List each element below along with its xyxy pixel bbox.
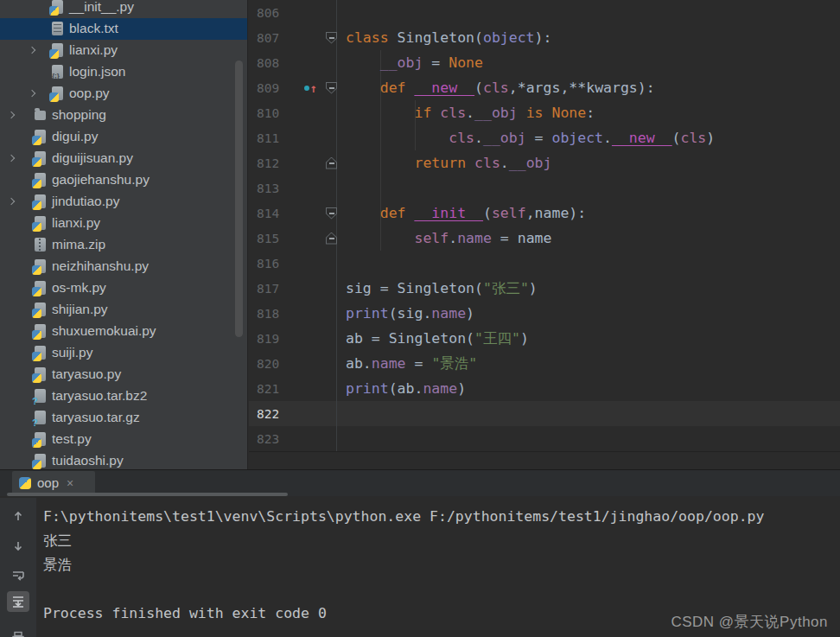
code-line-820[interactable]: 820ab.name = "景浩" bbox=[249, 351, 840, 376]
print-icon[interactable] bbox=[7, 627, 29, 637]
code-line-819[interactable]: 819ab = Singleton("王四") bbox=[249, 326, 840, 351]
tree-item-mima.zip[interactable]: mima.zip bbox=[0, 234, 247, 256]
fold-open-icon[interactable] bbox=[326, 207, 337, 220]
tree-item-tuidaoshi.py[interactable]: tuidaoshi.py bbox=[0, 450, 247, 469]
scroll-to-end-icon[interactable] bbox=[7, 591, 29, 612]
code-line-806[interactable]: 806 bbox=[249, 0, 840, 25]
tree-item-label: shopping bbox=[52, 107, 106, 123]
py-file-icon bbox=[35, 194, 46, 208]
override-method-icon[interactable]: ↑ bbox=[304, 82, 317, 94]
tree-item-black.txt[interactable]: black.txt bbox=[0, 18, 247, 40]
chevron-right-icon[interactable] bbox=[29, 48, 38, 56]
fold-open-icon[interactable] bbox=[326, 32, 337, 44]
py-file-icon bbox=[35, 324, 46, 338]
chevron-right-icon[interactable] bbox=[29, 91, 38, 99]
py-file-icon bbox=[35, 173, 46, 187]
tree-item-jindutiao.py[interactable]: jindutiao.py bbox=[0, 191, 247, 213]
fold-slot bbox=[321, 226, 342, 251]
fold-slot bbox=[321, 125, 342, 150]
fold-slot bbox=[321, 25, 342, 50]
console-line: 景浩 bbox=[43, 553, 72, 577]
code-text: def __new__(cls,*args,**kwargs): bbox=[342, 80, 655, 96]
fold-slot bbox=[321, 75, 342, 100]
chevron-right-icon[interactable] bbox=[9, 156, 17, 164]
down-arrow-icon[interactable] bbox=[7, 536, 29, 557]
tree-scrollbar[interactable] bbox=[235, 61, 243, 337]
line-number: 812 bbox=[249, 156, 289, 170]
chevron-right-icon bbox=[9, 242, 17, 251]
console-toolbar bbox=[0, 498, 36, 637]
tab-scrollbar[interactable] bbox=[7, 493, 288, 496]
chevron-right-icon bbox=[29, 26, 38, 35]
tree-item-os-mk.py[interactable]: os-mk.py bbox=[0, 277, 247, 299]
code-line-810[interactable]: 810 if cls.__obj is None: bbox=[249, 100, 840, 125]
line-number: 807 bbox=[249, 31, 289, 45]
py-file-icon bbox=[35, 130, 46, 143]
tree-item-taryasuo.tar.bz2[interactable]: taryasuo.tar.bz2 bbox=[0, 385, 247, 407]
up-arrow-icon[interactable] bbox=[7, 506, 29, 526]
tree-item-neizhihanshu.py[interactable]: neizhihanshu.py bbox=[0, 256, 247, 277]
code-editor[interactable]: 806807class Singleton(object):808 __obj … bbox=[249, 0, 840, 469]
gutter-icon-slot bbox=[289, 50, 321, 75]
tree-item-suiji.py[interactable]: suiji.py bbox=[0, 342, 247, 364]
run-tab-oop[interactable]: oop × bbox=[12, 471, 95, 494]
tree-item-lianxi.py[interactable]: lianxi.py bbox=[0, 40, 247, 61]
code-line-823[interactable]: 823 bbox=[249, 426, 840, 451]
tree-item-label: mima.zip bbox=[52, 237, 105, 252]
code-line-807[interactable]: 807class Singleton(object): bbox=[249, 25, 840, 50]
tree-item-shopping[interactable]: shopping bbox=[0, 105, 247, 126]
code-text: self.name = name bbox=[342, 230, 551, 246]
code-line-815[interactable]: 815 self.name = name bbox=[249, 226, 840, 251]
tree-item-label: test.py bbox=[52, 431, 92, 447]
gutter-icon-slot bbox=[289, 301, 321, 326]
fold-open-icon[interactable] bbox=[326, 82, 337, 94]
tree-item-label: lianxi.py bbox=[69, 42, 118, 58]
fold-close-icon[interactable] bbox=[326, 157, 337, 169]
tree-item-__init__.py[interactable]: __init__.py bbox=[0, 0, 247, 18]
project-tree-panel[interactable]: __init__.pyblack.txtlianxi.pylogin.jsono… bbox=[0, 0, 248, 469]
tree-item-digui.py[interactable]: digui.py bbox=[0, 126, 247, 148]
tree-item-taryasuo.tar.gz[interactable]: taryasuo.tar.gz bbox=[0, 407, 247, 429]
gutter-icon-slot bbox=[289, 401, 321, 426]
code-line-813[interactable]: 813 bbox=[249, 175, 840, 201]
py-file-icon bbox=[35, 259, 46, 273]
tree-item-gaojiehanshu.py[interactable]: gaojiehanshu.py bbox=[0, 169, 247, 191]
line-number: 821 bbox=[249, 382, 289, 396]
fold-slot bbox=[321, 376, 342, 401]
tree-item-label: digui.py bbox=[52, 129, 98, 144]
tree-item-shuxuemokuai.py[interactable]: shuxuemokuai.py bbox=[0, 321, 247, 342]
code-line-812[interactable]: 812 return cls.__obj bbox=[249, 150, 840, 175]
chevron-right-icon[interactable] bbox=[9, 112, 17, 121]
tree-item-taryasuo.py[interactable]: taryasuo.py bbox=[0, 364, 247, 385]
chevron-right-icon bbox=[9, 350, 17, 359]
gutter-icon-slot: ↑ bbox=[289, 75, 321, 100]
tree-item-shijian.py[interactable]: shijian.py bbox=[0, 299, 247, 321]
code-line-808[interactable]: 808 __obj = None bbox=[249, 50, 840, 75]
fold-slot bbox=[321, 351, 342, 376]
tree-item-diguijisuan.py[interactable]: diguijisuan.py bbox=[0, 148, 247, 169]
fold-slot bbox=[321, 276, 342, 301]
soft-wrap-icon[interactable] bbox=[7, 565, 29, 586]
code-line-814[interactable]: 814 def __init__(self,name): bbox=[249, 201, 840, 226]
py-file-icon bbox=[35, 151, 46, 165]
tree-item-label: __init__.py bbox=[69, 0, 134, 15]
code-line-811[interactable]: 811 cls.__obj = object.__new__(cls) bbox=[249, 125, 840, 150]
chevron-right-icon[interactable] bbox=[9, 199, 17, 207]
tree-item-lianxi.py[interactable]: lianxi.py bbox=[0, 213, 247, 234]
tree-item-test.py[interactable]: test.py bbox=[0, 429, 247, 450]
code-line-822[interactable]: 822 bbox=[249, 401, 840, 426]
code-line-821[interactable]: 821print(ab.name) bbox=[249, 376, 840, 401]
gutter-icon-slot bbox=[289, 25, 321, 50]
chevron-right-icon bbox=[9, 415, 17, 424]
code-line-809[interactable]: 809↑ def __new__(cls,*args,**kwargs): bbox=[249, 75, 840, 100]
close-icon[interactable]: × bbox=[67, 476, 73, 490]
code-line-817[interactable]: 817sig = Singleton("张三") bbox=[249, 276, 840, 301]
chevron-right-icon bbox=[29, 69, 38, 78]
code-line-816[interactable]: 816 bbox=[249, 251, 840, 276]
pycharm-window: __init__.pyblack.txtlianxi.pylogin.jsono… bbox=[0, 0, 840, 637]
tree-item-oop.py[interactable]: oop.py bbox=[0, 83, 247, 105]
tree-item-login.json[interactable]: login.json bbox=[0, 61, 247, 83]
fold-close-icon[interactable] bbox=[326, 233, 337, 245]
code-line-818[interactable]: 818print(sig.name) bbox=[249, 301, 840, 326]
line-number: 806 bbox=[249, 6, 289, 20]
